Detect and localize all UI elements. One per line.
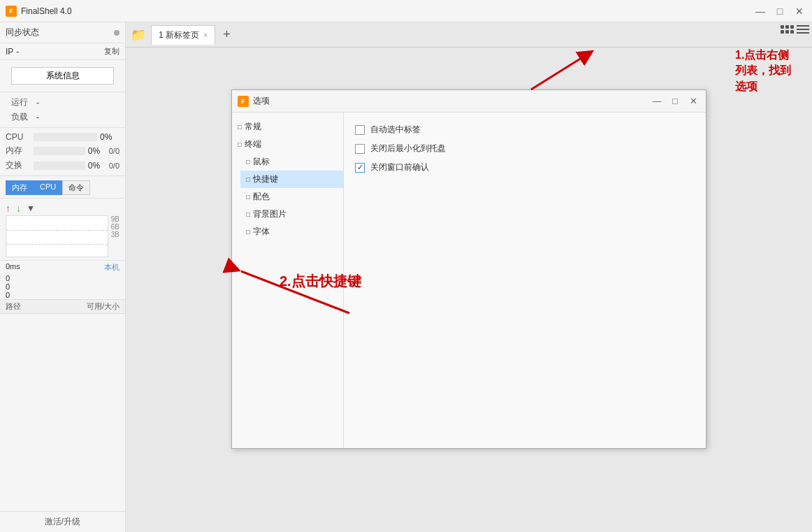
tree-item-shortcuts[interactable]: □ 快捷键 xyxy=(240,171,343,188)
tab-cpu[interactable]: CPU xyxy=(34,180,62,195)
tree-item-background-label: 背景图片 xyxy=(253,208,287,220)
window-controls: — □ ✕ xyxy=(753,4,806,18)
latency-row: 0ms 本机 xyxy=(0,261,125,274)
tree-item-terminal[interactable]: □ 终端 xyxy=(232,136,343,153)
tab-bar: 📁 1 新标签页 × + xyxy=(126,22,812,48)
app-title: FinalShell 4.0 xyxy=(21,6,753,16)
dialog-maximize-button[interactable]: □ xyxy=(668,94,682,108)
tree-expand-icon: □ xyxy=(246,158,250,166)
tree-item-color[interactable]: □ 配色 xyxy=(240,188,343,206)
tree-item-mouse-label: 鼠标 xyxy=(253,156,270,168)
load-label: 负载 xyxy=(11,111,36,123)
net-arrows: ↑ ↓ ▼ xyxy=(6,203,119,214)
cpu-value: 0% xyxy=(100,132,119,142)
more-arrow-icon: ▼ xyxy=(27,203,35,213)
copy-button[interactable]: 复制 xyxy=(104,46,119,57)
path-table: 路径 可用/大小 xyxy=(0,299,125,511)
latency-value: 0ms xyxy=(6,262,20,273)
tab-add-button[interactable]: + xyxy=(218,27,235,43)
cpu-label: CPU xyxy=(6,132,31,142)
cpu-row: CPU 0% xyxy=(0,131,125,143)
tree-item-shortcuts-label: 快捷键 xyxy=(253,173,278,185)
download-arrow-icon: ↓ xyxy=(16,203,21,214)
swap-label: 交换 xyxy=(6,159,31,171)
swap-row: 交换 0% 0/0 xyxy=(0,158,125,173)
annotation-step1-text: 1.点击右侧列表，找到选项 xyxy=(735,48,791,94)
folder-icon[interactable]: 📁 xyxy=(129,25,148,45)
dialog-titlebar: F 选项 — □ ✕ xyxy=(232,90,706,113)
activate-button[interactable]: 激活/升级 xyxy=(0,511,125,532)
run-label: 运行 xyxy=(11,96,36,108)
network-chart xyxy=(6,215,108,257)
grid-dot xyxy=(781,30,784,34)
network-area: ↑ ↓ ▼ 9B 6B 3B xyxy=(0,200,125,261)
tree-expand-icon: □ xyxy=(246,210,250,218)
mem-total: 0/0 xyxy=(109,147,119,155)
app-icon: F xyxy=(6,6,17,17)
minimize-button[interactable]: — xyxy=(753,4,767,18)
dialog-minimize-button[interactable]: — xyxy=(650,94,664,108)
swap-bar xyxy=(34,161,85,170)
run-row: 运行 - xyxy=(6,95,119,110)
size-col-label: 可用/大小 xyxy=(78,301,119,312)
tree-item-color-label: 配色 xyxy=(253,191,270,203)
sidebar: 同步状态 IP - 复制 系统信息 运行 - 负载 - CP xyxy=(0,22,126,532)
tab-1-close[interactable]: × xyxy=(203,31,208,39)
grid-dot xyxy=(785,30,789,34)
titlebar: F FinalShell 4.0 — □ ✕ xyxy=(0,0,812,22)
resource-tabs: 内存 CPU 命令 xyxy=(0,178,125,199)
tree-item-mouse[interactable]: □ 鼠标 xyxy=(240,153,343,171)
net-label-mid: 6B xyxy=(111,223,119,231)
option-confirm-close-checkbox[interactable]: ✓ xyxy=(355,163,365,173)
cpu-bar xyxy=(34,133,97,141)
tree-item-general-label: 常规 xyxy=(245,121,261,133)
ip-value: - xyxy=(16,47,19,57)
sync-status-row: 同步状态 xyxy=(0,22,125,43)
mem-bar xyxy=(34,147,85,155)
sysinfo-button[interactable]: 系统信息 xyxy=(11,67,114,85)
load-row: 负载 - xyxy=(6,110,119,124)
tree-item-font-label: 字体 xyxy=(253,226,270,238)
tab-1[interactable]: 1 新标签页 × xyxy=(151,25,215,45)
tree-expand-icon: □ xyxy=(238,141,242,148)
option-auto-select-tab-checkbox[interactable] xyxy=(355,125,365,135)
tree-expand-icon: □ xyxy=(246,175,250,183)
option-auto-select-tab-label: 自动选中标签 xyxy=(370,124,421,136)
tab-command[interactable]: 命令 xyxy=(62,180,90,195)
grid-dot xyxy=(785,25,789,29)
tree-expand-icon: □ xyxy=(246,193,250,201)
tree-item-background[interactable]: □ 背景图片 xyxy=(240,206,343,223)
swap-value: 0% xyxy=(88,161,108,171)
toolbar-right xyxy=(781,25,809,34)
mem-row: 内存 0% 0/0 xyxy=(0,143,125,158)
option-auto-select-tab-row: 自动选中标签 xyxy=(355,124,695,136)
upload-arrow-icon: ↑ xyxy=(6,203,10,214)
menu-line xyxy=(797,25,809,27)
path-col-label: 路径 xyxy=(6,301,78,312)
tree-item-font[interactable]: □ 字体 xyxy=(240,223,343,240)
count1: 0 xyxy=(6,274,119,282)
path-header: 路径 可用/大小 xyxy=(0,300,125,314)
tab-memory[interactable]: 内存 xyxy=(6,180,34,195)
count3: 0 xyxy=(6,291,119,299)
latency-host: 本机 xyxy=(104,262,119,273)
grid-dot xyxy=(781,25,784,29)
tree-expand-icon: □ xyxy=(238,123,242,131)
options-dialog: F 选项 — □ ✕ □ 常规 xyxy=(231,89,706,449)
mem-label: 内存 xyxy=(6,145,31,157)
maximize-button[interactable]: □ xyxy=(773,4,787,18)
hamburger-menu-icon[interactable] xyxy=(797,25,809,34)
grid-menu-icon[interactable] xyxy=(781,25,794,34)
dialog-title: 选项 xyxy=(253,95,650,107)
option-minimize-tray-row: 关闭后最小化到托盘 xyxy=(355,143,695,154)
dialog-close-button[interactable]: ✕ xyxy=(686,94,700,108)
sync-label: 同步状态 xyxy=(6,27,111,38)
count-rows: 0 0 0 xyxy=(0,274,125,299)
net-labels: 9B 6B 3B xyxy=(111,215,119,257)
option-minimize-tray-label: 关闭后最小化到托盘 xyxy=(370,143,446,154)
close-button[interactable]: ✕ xyxy=(792,4,806,18)
sync-dot xyxy=(114,30,119,36)
menu-line xyxy=(797,32,809,34)
tree-item-general[interactable]: □ 常规 xyxy=(232,118,343,136)
option-minimize-tray-checkbox[interactable] xyxy=(355,144,365,154)
